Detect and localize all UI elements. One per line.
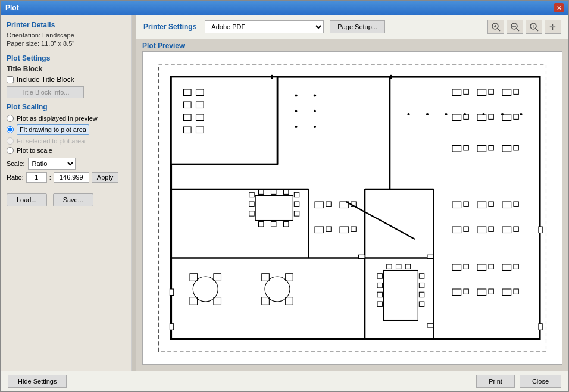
svg-rect-137 (390, 75, 392, 79)
plot-scaling-title: Plot Scaling (7, 103, 125, 111)
panel-divider[interactable] (132, 15, 136, 371)
svg-point-33 (314, 110, 316, 112)
title-block-info-button[interactable]: Title Block Info... (7, 86, 84, 98)
main-content: Printer Details Orientation: Landscape P… (1, 15, 568, 371)
radio-fit-selected-label: Fit selected to plot area (17, 137, 85, 145)
pan-button[interactable]: ✛ (545, 20, 561, 34)
zoom-extents-icon: ↑↓ (529, 22, 539, 32)
svg-rect-135 (539, 324, 542, 330)
preview-canvas (142, 51, 562, 365)
orientation-value: Landscape (42, 32, 74, 39)
preview-area: Plot Preview (136, 39, 568, 371)
svg-rect-132 (427, 255, 434, 258)
svg-point-35 (314, 126, 316, 128)
include-title-block-checkbox[interactable] (7, 76, 14, 83)
radio-fit-selected-row: Fit selected to plot area (7, 137, 125, 145)
zoom-in-button[interactable] (487, 20, 504, 34)
floor-plan-svg (143, 52, 562, 364)
svg-point-36 (407, 113, 409, 115)
printer-settings-title: Printer Settings (143, 23, 196, 31)
radio-fit-drawing-label: Fit drawing to plot area (17, 124, 89, 135)
zoom-out-button[interactable] (507, 20, 523, 34)
svg-point-38 (445, 113, 447, 115)
save-button[interactable]: Save... (53, 193, 93, 206)
window-title: Plot (5, 4, 19, 12)
zoom-extents-button[interactable]: ↑↓ (526, 20, 542, 34)
load-button[interactable]: Load... (7, 193, 47, 206)
bottom-bar: Hide Settings Print Close (1, 371, 568, 391)
title-block-section: Title Block Include Title Block Title Bl… (7, 65, 125, 98)
plot-scaling-section: Plot Scaling Plot as displayed in previe… (7, 103, 125, 183)
plot-settings-section: Plot Settings Title Block Include Title … (7, 54, 125, 183)
print-button[interactable]: Print (476, 375, 515, 388)
plot-preview-label: Plot Preview (142, 42, 185, 50)
radio-plot-to-scale[interactable] (7, 147, 14, 154)
svg-text:↑↓: ↑↓ (532, 24, 537, 29)
svg-point-42 (520, 113, 522, 115)
svg-point-32 (295, 110, 297, 112)
svg-point-30 (295, 94, 297, 96)
paper-size-value: 11.0" x 8.5" (41, 40, 74, 47)
printer-details-section: Printer Details Orientation: Landscape P… (7, 21, 125, 48)
scale-label: Scale: (7, 160, 25, 167)
top-bar: Printer Settings Adobe PDF Page Setup... (136, 15, 568, 39)
bottom-right-buttons: Print Close (476, 375, 561, 388)
orientation-label: Orientation: (7, 32, 40, 39)
zoom-in-icon (491, 22, 501, 32)
svg-rect-131 (359, 255, 365, 258)
svg-rect-129 (170, 289, 173, 296)
svg-point-37 (426, 113, 429, 115)
title-block-heading: Title Block (7, 65, 125, 73)
load-save-buttons: Load... Save... (7, 193, 125, 206)
scale-select[interactable]: Ratio (28, 158, 76, 170)
zoom-out-icon (510, 22, 520, 32)
scale-row: Scale: Ratio (7, 158, 125, 170)
title-bar: Plot ✕ (1, 1, 568, 15)
svg-text:✛: ✛ (549, 23, 556, 32)
svg-rect-134 (539, 227, 542, 233)
printer-details-title: Printer Details (7, 21, 125, 29)
apply-button[interactable]: Apply (92, 172, 119, 183)
svg-rect-133 (427, 324, 434, 327)
plot-window: Plot ✕ Printer Details Orientation: Land… (0, 0, 569, 392)
toolbar-icons: ↑↓ ✛ (487, 20, 561, 34)
printer-dropdown[interactable]: Adobe PDF (205, 20, 324, 33)
radio-fit-drawing-row: Fit drawing to plot area (7, 124, 125, 135)
include-title-block-row: Include Title Block (7, 76, 125, 84)
orientation-info: Orientation: Landscape (7, 32, 125, 39)
ratio-input-1[interactable] (26, 172, 47, 183)
close-button[interactable]: Close (520, 375, 561, 388)
right-area: Printer Settings Adobe PDF Page Setup... (136, 15, 568, 371)
svg-point-31 (314, 94, 316, 96)
svg-line-5 (517, 29, 519, 31)
plot-settings-title: Plot Settings (7, 54, 125, 62)
radio-plot-as-displayed[interactable] (7, 115, 14, 122)
ratio-separator: : (49, 174, 51, 181)
ratio-label: Ratio: (7, 174, 24, 181)
hide-settings-button[interactable]: Hide Settings (8, 375, 67, 388)
radio-plot-to-scale-label: Plot to scale (17, 147, 52, 154)
svg-point-34 (295, 126, 297, 128)
ratio-row: Ratio: : Apply (7, 172, 125, 183)
svg-rect-130 (170, 324, 173, 330)
page-setup-button[interactable]: Page Setup... (330, 20, 385, 33)
radio-fit-selected[interactable] (7, 137, 14, 145)
svg-rect-136 (271, 75, 273, 79)
radio-fit-drawing[interactable] (7, 126, 14, 133)
radio-plot-to-scale-row: Plot to scale (7, 147, 125, 154)
include-title-block-label: Include Title Block (17, 76, 74, 84)
pan-icon: ✛ (548, 22, 558, 32)
radio-plot-as-displayed-row: Plot as displayed in preview (7, 115, 125, 122)
paper-size-label: Paper size: (7, 40, 39, 47)
left-panel: Printer Details Orientation: Landscape P… (1, 15, 132, 371)
radio-plot-as-displayed-label: Plot as displayed in preview (17, 115, 98, 122)
ratio-input-2[interactable] (54, 172, 89, 183)
close-window-button[interactable]: ✕ (554, 3, 564, 12)
paper-size-info: Paper size: 11.0" x 8.5" (7, 40, 125, 47)
svg-line-1 (498, 29, 500, 31)
